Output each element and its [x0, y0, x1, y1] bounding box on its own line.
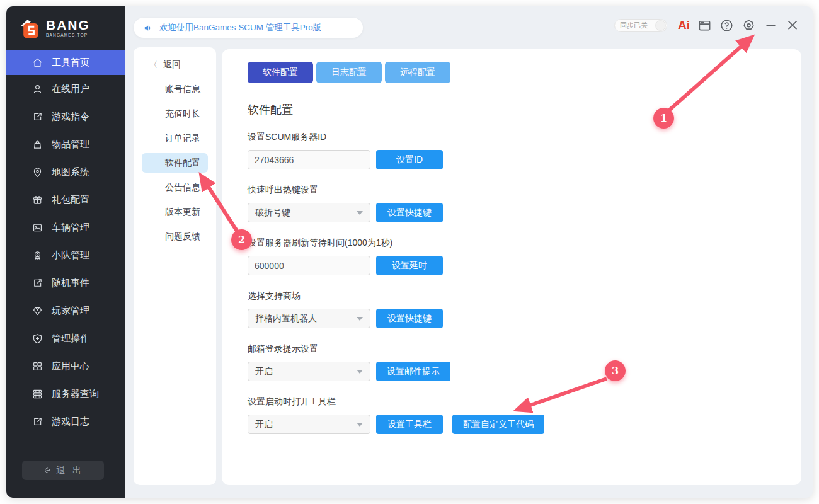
group-6-button-1[interactable]: 设置工具栏 — [376, 415, 443, 434]
grid-icon — [32, 360, 43, 372]
sidebar-item-10[interactable]: 玩家管理 — [6, 297, 125, 324]
group-3-input[interactable] — [248, 256, 370, 275]
sidebar-item-5[interactable]: 地图系统 — [6, 158, 125, 186]
sidebar-item-label: 应用中心 — [52, 360, 89, 372]
sidebar-item-label: 工具首页 — [52, 57, 89, 69]
sidebar-item-label: 地图系统 — [52, 166, 89, 178]
group-2-select[interactable]: 破折号键 — [248, 203, 370, 222]
subnav-panel: 〈 返回 账号信息充值时长订单记录软件配置公告信息版本更新问题反馈 — [134, 47, 216, 485]
form-row: 破折号键设置快捷键 — [248, 203, 801, 222]
subnav-item-1[interactable]: 账号信息 — [134, 77, 216, 101]
app-logo: BANG BANGAMES.TOP — [6, 6, 125, 50]
back-label: 返回 — [163, 59, 181, 71]
sidebar-item-label: 礼包配置 — [52, 194, 89, 206]
select-value: 拌格内置机器人 — [255, 313, 317, 324]
logout-button[interactable]: 退 出 — [22, 461, 104, 480]
subnav-item-5[interactable]: 公告信息 — [134, 175, 216, 200]
form-row: 设置ID — [248, 150, 801, 169]
sidebar: BANG BANGAMES.TOP 工具首页在线用户游戏指令物品管理地图系统礼包… — [6, 6, 125, 498]
sidebar-item-7[interactable]: 车辆管理 — [6, 214, 125, 241]
home-icon — [32, 57, 43, 69]
group-3-button-1[interactable]: 设置延时 — [376, 256, 443, 275]
form-group-6: 设置启动时打开工具栏开启设置工具栏配置自定义工代码 — [248, 396, 801, 434]
sidebar-item-14[interactable]: 游戏日志 — [6, 408, 125, 435]
form-group-5: 邮箱登录提示设置开启设置邮件提示 — [248, 343, 801, 381]
form-row: 开启设置邮件提示 — [248, 362, 801, 381]
form-group-2: 快速呼出热键设置破折号键设置快捷键 — [248, 185, 801, 222]
sidebar-item-2[interactable]: 在线用户 — [6, 75, 125, 103]
form-group-1: 设置SCUM服务器ID设置ID — [248, 132, 801, 169]
share-icon — [32, 416, 43, 428]
group-6-select[interactable]: 开启 — [248, 415, 370, 434]
brand-domain: BANGAMES.TOP — [46, 33, 90, 38]
subnav-item-3[interactable]: 订单记录 — [134, 126, 216, 151]
group-6-button-2[interactable]: 配置自定义工代码 — [452, 415, 544, 434]
help-icon[interactable] — [719, 18, 734, 33]
ai-button[interactable]: Ai — [678, 18, 690, 32]
announcement-bar: 欢迎使用BanGames SCUM 管理工具Pro版 — [134, 18, 363, 38]
group-5-select[interactable]: 开启 — [248, 362, 370, 381]
group-4-button-1[interactable]: 设置快捷键 — [376, 309, 443, 328]
sidebar-item-label: 管理操作 — [52, 333, 89, 345]
sync-toggle-label: 同步已关 — [615, 21, 648, 30]
sidebar-item-1[interactable]: 工具首页 — [6, 50, 125, 75]
sidebar-item-label: 服务器查询 — [52, 388, 99, 400]
tab-2[interactable]: 日志配置 — [316, 62, 382, 83]
group-1-button-1[interactable]: 设置ID — [376, 150, 443, 169]
subnav-item-6[interactable]: 版本更新 — [134, 200, 216, 224]
sidebar-item-label: 游戏日志 — [52, 416, 89, 428]
back-button[interactable]: 〈 返回 — [134, 53, 216, 77]
sidebar-item-label: 小队管理 — [52, 249, 89, 261]
sidebar-item-3[interactable]: 游戏指令 — [6, 103, 125, 130]
close-icon[interactable] — [785, 18, 800, 33]
diamond-icon — [32, 305, 43, 317]
sidebar-item-label: 随机事件 — [52, 277, 89, 289]
announcement-text: 欢迎使用BanGames SCUM 管理工具Pro版 — [159, 22, 321, 33]
user-icon — [32, 83, 43, 95]
sidebar-item-label: 游戏指令 — [52, 111, 89, 123]
brand-name: BANG — [46, 18, 90, 32]
sidebar-item-9[interactable]: 随机事件 — [6, 269, 125, 297]
chevron-down-icon — [357, 211, 363, 215]
map-pin-icon — [32, 166, 43, 178]
logout-label: 退 出 — [56, 465, 84, 476]
share-icon — [32, 111, 43, 123]
server-icon — [32, 388, 43, 400]
subnav-item-4[interactable]: 软件配置 — [142, 153, 208, 173]
sidebar-item-8[interactable]: 小队管理 — [6, 241, 125, 269]
subnav-list: 账号信息充值时长订单记录软件配置公告信息版本更新问题反馈 — [134, 77, 216, 249]
sidebar-item-6[interactable]: 礼包配置 — [6, 186, 125, 214]
group-1-input[interactable] — [248, 150, 370, 169]
sidebar-item-4[interactable]: 物品管理 — [6, 130, 125, 158]
tab-1[interactable]: 软件配置 — [248, 62, 313, 83]
chevron-down-icon — [357, 370, 363, 374]
window-controls: 同步已关 Ai — [614, 16, 800, 34]
sidebar-item-13[interactable]: 服务器查询 — [6, 380, 125, 408]
subnav-item-7[interactable]: 问题反馈 — [134, 224, 216, 249]
group-5-button-1[interactable]: 设置邮件提示 — [376, 362, 450, 381]
field-label: 选择支持商场 — [248, 290, 801, 303]
section-title: 软件配置 — [248, 102, 801, 117]
sidebar-item-label: 车辆管理 — [52, 222, 89, 234]
minimize-icon[interactable] — [763, 18, 778, 33]
field-label: 快速呼出热键设置 — [248, 185, 801, 197]
sidebar-item-11[interactable]: 管理操作 — [6, 324, 125, 352]
sync-toggle[interactable]: 同步已关 — [614, 19, 667, 32]
group-4-select[interactable]: 拌格内置机器人 — [248, 309, 370, 328]
gift-icon — [32, 194, 43, 206]
share-icon — [32, 277, 43, 289]
settings-gear-icon[interactable] — [741, 18, 756, 33]
subnav-item-2[interactable]: 充值时长 — [134, 101, 216, 126]
group-2-button-1[interactable]: 设置快捷键 — [376, 203, 443, 222]
field-label: 邮箱登录提示设置 — [248, 343, 801, 356]
window-panel-icon[interactable] — [697, 18, 712, 33]
award-icon — [32, 249, 43, 261]
image-icon — [32, 222, 43, 234]
tab-3[interactable]: 远程配置 — [385, 62, 450, 83]
shield-plus-icon — [32, 333, 43, 345]
form-group-4: 选择支持商场拌格内置机器人设置快捷键 — [248, 290, 801, 328]
bag-icon — [32, 139, 43, 151]
select-value: 开启 — [255, 366, 273, 377]
form-row: 拌格内置机器人设置快捷键 — [248, 309, 801, 328]
sidebar-item-12[interactable]: 应用中心 — [6, 352, 125, 380]
